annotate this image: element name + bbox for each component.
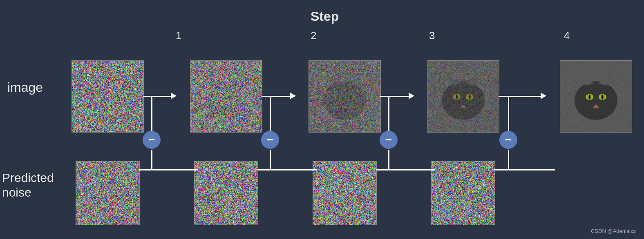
minus-circle-4: − [499,131,517,149]
credit-label: CSDN @Adenialzz [591,228,636,234]
step-main-label: Step [311,9,339,24]
minus-circle-2: − [261,131,279,149]
predicted-noise-row-label: Predicted noise [2,170,54,200]
arrow-head-4 [541,93,546,99]
v-line-1b [151,150,152,170]
noise-box-1 [194,161,258,225]
arrow-line-1 [143,96,172,97]
noise-box-3 [431,161,495,225]
arrow-head-3 [409,93,414,99]
arrow-line-2 [262,96,291,97]
image-box-3 [427,60,499,133]
image-box-0 [72,60,144,133]
h-line-noise-4 [494,169,555,170]
h-line-noise-3 [376,169,435,170]
noise-box-2 [313,161,377,225]
arrow-head-1 [171,93,177,99]
arrow-line-4 [499,96,541,97]
image-box-1 [190,60,262,133]
noise-box-0 [76,161,140,225]
v-line-4b [508,150,509,170]
image-box-final [560,60,632,133]
image-box-2 [309,60,381,133]
arrow-head-2 [290,93,296,99]
minus-circle-3: − [380,131,398,149]
step-label-3: 3 [429,29,435,42]
step-label-1: 1 [176,29,181,42]
step-label-2: 2 [311,29,316,42]
v-line-3b [388,150,389,170]
image-row-label: image [7,80,43,95]
minus-circle-1: − [143,131,161,149]
step-label-4: 4 [564,29,570,42]
arrow-line-3 [380,96,409,97]
v-line-2b [270,150,271,170]
h-line-noise-1 [139,169,198,170]
diagram-container: Step 1 2 3 4 image Predicted noise − [0,0,644,239]
h-line-noise-2 [257,169,317,170]
